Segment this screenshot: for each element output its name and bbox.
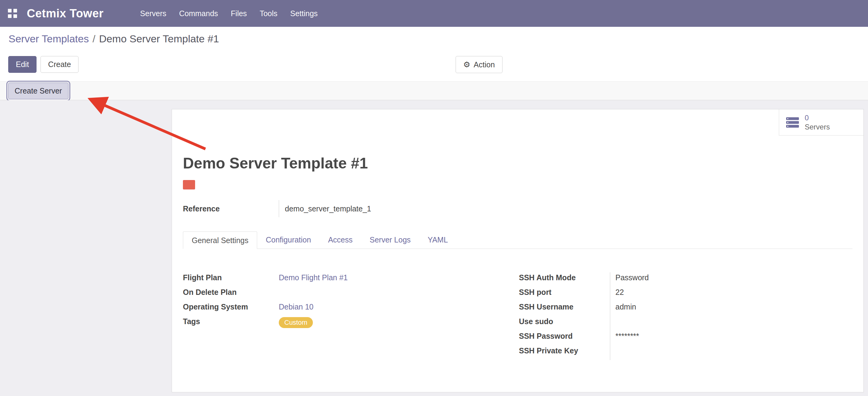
- top-navbar: Cetmix Tower Servers Commands Files Tool…: [0, 0, 868, 27]
- servers-stat: 0 Servers: [805, 113, 830, 132]
- fields-left-column: Flight Plan Demo Flight Plan #1 On Delet…: [183, 272, 502, 331]
- field-value-ssh-username: admin: [610, 302, 847, 316]
- fields-right-column: SSH Auth Mode Password SSH port 22 SSH U…: [519, 272, 847, 360]
- menu-settings[interactable]: Settings: [290, 9, 318, 18]
- statusbar: Create Server: [0, 81, 868, 100]
- content-background: 0 Servers Demo Server Template #1 Refere…: [0, 100, 868, 396]
- field-label-on-delete-plan: On Delete Plan: [183, 287, 279, 302]
- field-label-ssh-username: SSH Username: [519, 302, 610, 316]
- create-server-button[interactable]: Create Server: [8, 83, 68, 99]
- field-ssh-password: SSH Password ********: [519, 331, 847, 345]
- field-label-ssh-port: SSH port: [519, 287, 610, 302]
- servers-label: Servers: [805, 122, 830, 132]
- field-ssh-private-key: SSH Private Key: [519, 345, 847, 360]
- create-button[interactable]: Create: [40, 56, 79, 73]
- control-panel-buttons: Edit Create: [8, 56, 79, 73]
- menu-servers[interactable]: Servers: [140, 9, 166, 18]
- apps-grid-square: [13, 9, 17, 12]
- ssh-port-value: 22: [615, 288, 624, 296]
- field-value-ssh-auth-mode: Password: [610, 272, 847, 287]
- field-value-operating-system: Debian 10: [279, 302, 502, 316]
- field-value-tags: Custom: [279, 316, 502, 331]
- flight-plan-link[interactable]: Demo Flight Plan #1: [279, 273, 348, 282]
- tab-yaml[interactable]: YAML: [419, 231, 456, 249]
- breadcrumb: Server Templates/Demo Server Template #1: [8, 33, 219, 45]
- menu-commands[interactable]: Commands: [179, 9, 218, 18]
- field-label-ssh-password: SSH Password: [519, 331, 610, 345]
- field-value-ssh-password: ********: [610, 331, 847, 345]
- field-flight-plan: Flight Plan Demo Flight Plan #1: [183, 272, 502, 287]
- field-value-flight-plan: Demo Flight Plan #1: [279, 272, 502, 287]
- reference-value: demo_server_template_1: [279, 200, 371, 217]
- breadcrumb-current: Demo Server Template #1: [99, 33, 219, 45]
- servers-stat-button[interactable]: 0 Servers: [779, 109, 863, 136]
- field-value-ssh-private-key: [610, 345, 847, 360]
- field-label-tags: Tags: [183, 316, 279, 331]
- app-brand[interactable]: Cetmix Tower: [27, 7, 103, 20]
- tab-general-settings[interactable]: General Settings: [183, 231, 257, 249]
- server-stack-icon: [786, 117, 799, 128]
- operating-system-link[interactable]: Debian 10: [279, 303, 313, 311]
- reference-value-text: demo_server_template_1: [285, 204, 371, 213]
- reference-label: Reference: [183, 204, 220, 213]
- menu-tools[interactable]: Tools: [259, 9, 277, 18]
- field-label-use-sudo: Use sudo: [519, 316, 610, 331]
- field-label-ssh-auth-mode: SSH Auth Mode: [519, 272, 610, 287]
- field-value-use-sudo: [610, 316, 847, 331]
- field-value-ssh-port: 22: [610, 287, 847, 302]
- apps-grid-square: [8, 14, 11, 18]
- field-ssh-port: SSH port 22: [519, 287, 847, 302]
- action-button[interactable]: ⚙ Action: [456, 56, 502, 73]
- control-panel: Server Templates/Demo Server Template #1…: [0, 27, 868, 81]
- apps-grid-square: [13, 14, 17, 18]
- field-label-operating-system: Operating System: [183, 302, 279, 316]
- field-ssh-username: SSH Username admin: [519, 302, 847, 316]
- action-button-label: Action: [473, 61, 495, 68]
- field-label-ssh-private-key: SSH Private Key: [519, 345, 610, 360]
- main-menu: Servers Commands Files Tools Settings: [140, 9, 317, 18]
- edit-button[interactable]: Edit: [8, 56, 36, 73]
- tag-custom: Custom: [279, 317, 313, 328]
- record-title: Demo Server Template #1: [183, 154, 368, 172]
- field-ssh-auth-mode: SSH Auth Mode Password: [519, 272, 847, 287]
- notebook-tabs: General Settings Configuration Access Se…: [183, 231, 852, 249]
- field-on-delete-plan: On Delete Plan: [183, 287, 502, 302]
- tab-server-logs[interactable]: Server Logs: [361, 231, 420, 249]
- ssh-auth-mode-value: Password: [615, 273, 649, 282]
- field-tags: Tags Custom: [183, 316, 502, 331]
- breadcrumb-server-templates[interactable]: Server Templates: [8, 33, 89, 45]
- form-sheet: 0 Servers Demo Server Template #1 Refere…: [172, 109, 864, 392]
- apps-grid-icon[interactable]: [8, 9, 17, 18]
- template-color-swatch: [183, 180, 195, 190]
- apps-grid-square: [8, 9, 11, 12]
- field-operating-system: Operating System Debian 10: [183, 302, 502, 316]
- field-label-flight-plan: Flight Plan: [183, 272, 279, 287]
- field-value-on-delete-plan: [279, 287, 502, 302]
- tab-configuration[interactable]: Configuration: [257, 231, 319, 249]
- gear-icon: ⚙: [463, 61, 470, 68]
- servers-count: 0: [805, 113, 830, 122]
- tab-access[interactable]: Access: [319, 231, 361, 249]
- ssh-username-value: admin: [615, 303, 636, 311]
- menu-files[interactable]: Files: [231, 9, 247, 18]
- ssh-password-masked-value: ********: [615, 332, 639, 340]
- field-use-sudo: Use sudo: [519, 316, 847, 331]
- breadcrumb-separator: /: [93, 33, 95, 45]
